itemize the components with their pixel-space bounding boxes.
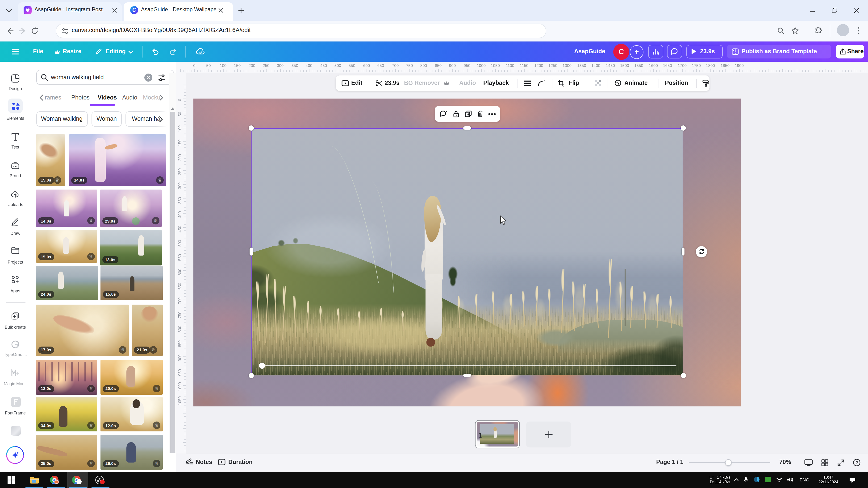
svg-text:co: co xyxy=(13,165,17,168)
svg-text:?: ? xyxy=(855,460,858,465)
